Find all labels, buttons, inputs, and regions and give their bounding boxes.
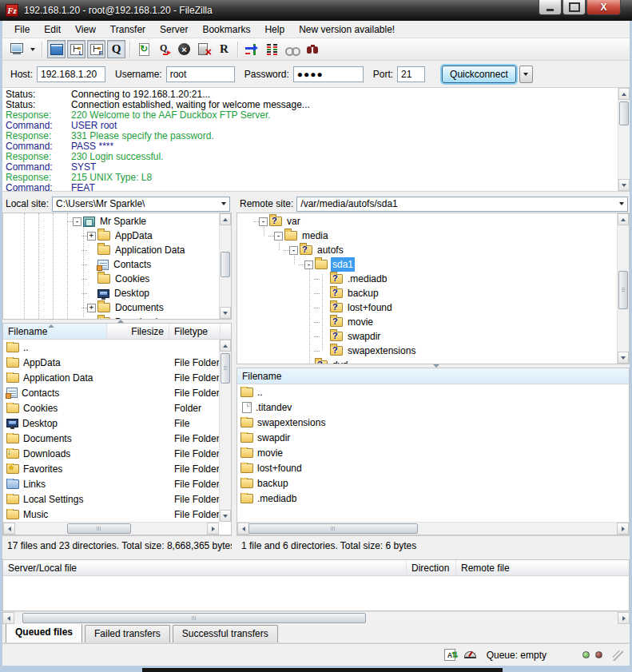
local-tree-vertical-scrollbar[interactable]	[219, 213, 231, 319]
chevron-down-icon[interactable]	[615, 197, 627, 211]
scroll-right-icon[interactable]	[617, 523, 629, 535]
scroll-left-icon[interactable]	[237, 523, 249, 535]
file-row[interactable]: ..	[237, 384, 629, 400]
tree-item[interactable]: dvd	[237, 358, 617, 364]
column-header-filetype[interactable]: Filetype	[169, 324, 221, 339]
tree-item[interactable]: Documents	[3, 300, 219, 315]
toolbar-separator[interactable]	[237, 42, 239, 58]
find-files-icon[interactable]	[303, 40, 321, 58]
minimize-button[interactable]	[539, 0, 562, 15]
scroll-up-icon[interactable]	[618, 213, 629, 225]
tree-item[interactable]: swapdir	[237, 329, 617, 344]
tree-expander[interactable]	[304, 260, 313, 269]
scroll-down-icon[interactable]	[618, 179, 630, 191]
tree-item[interactable]: swapextensions	[237, 344, 617, 358]
password-input[interactable]	[293, 66, 364, 82]
menu-item[interactable]: New version available!	[292, 22, 402, 38]
site-manager-dropdown-icon[interactable]	[27, 40, 38, 58]
directory-comparison-icon[interactable]	[263, 40, 281, 58]
scrollbar-thumb[interactable]	[22, 613, 366, 623]
tree-item[interactable]: media	[237, 229, 617, 243]
toolbar-separator[interactable]	[42, 42, 43, 58]
column-header-filesize[interactable]: Filesize	[107, 324, 169, 339]
tree-item[interactable]: movie	[237, 315, 617, 329]
column-header-remote-file[interactable]: Remote file	[456, 560, 629, 575]
scroll-up-icon[interactable]	[220, 213, 231, 225]
log-panes-splitter[interactable]	[2, 192, 630, 195]
disconnect-icon[interactable]	[195, 40, 213, 58]
toggle-remote-tree-icon[interactable]	[87, 40, 105, 58]
scrollbar-thumb[interactable]	[248, 523, 418, 534]
column-header-server-local-file[interactable]: Server/Local file	[3, 560, 407, 575]
transfer-type-icon[interactable]	[444, 649, 455, 661]
tree-item[interactable]: backup	[237, 286, 617, 300]
menu-item[interactable]: Help	[257, 22, 292, 38]
scroll-up-icon[interactable]	[220, 340, 231, 352]
scrollbar-thumb[interactable]	[67, 523, 131, 534]
queue-tab[interactable]: Successful transfers	[173, 625, 278, 642]
tree-item[interactable]: .mediadb	[237, 272, 617, 286]
scroll-right-icon[interactable]	[618, 612, 630, 624]
scroll-left-icon[interactable]	[2, 612, 14, 624]
file-row[interactable]: Favorites File Folder	[3, 461, 219, 476]
username-input[interactable]	[166, 66, 235, 82]
menu-item[interactable]: Server	[153, 22, 195, 38]
local-list-vertical-scrollbar[interactable]	[219, 340, 231, 522]
file-row[interactable]: Documents File Folder	[3, 431, 219, 446]
close-button[interactable]	[586, 0, 621, 15]
tree-expander[interactable]	[87, 304, 96, 312]
queue-tab[interactable]: Queued files	[6, 623, 82, 642]
file-row[interactable]: Desktop File	[3, 416, 219, 431]
file-row[interactable]: lost+found	[237, 460, 629, 475]
quickconnect-dropdown-icon[interactable]	[519, 66, 533, 83]
toggle-queue-icon[interactable]	[107, 40, 125, 58]
column-header-filename[interactable]: Filename	[3, 324, 107, 339]
scrollbar-thumb[interactable]	[221, 353, 230, 384]
chevron-down-icon[interactable]	[217, 197, 229, 211]
file-row[interactable]: Cookies Folder	[3, 400, 219, 416]
scroll-up-icon[interactable]	[618, 88, 630, 100]
reconnect-icon[interactable]	[215, 40, 233, 58]
file-row[interactable]: Music File Folder	[3, 507, 219, 522]
file-row[interactable]: .titandev	[237, 400, 629, 415]
file-row[interactable]: Local Settings File Folder	[3, 491, 219, 507]
file-row[interactable]: backup	[237, 475, 629, 491]
scroll-left-icon[interactable]	[3, 523, 15, 535]
file-row[interactable]: AppData File Folder	[3, 355, 219, 370]
tree-expander[interactable]	[274, 232, 283, 241]
file-row[interactable]: swapextensions	[237, 415, 629, 430]
menu-item[interactable]: Edit	[37, 22, 68, 38]
scroll-down-icon[interactable]	[220, 307, 231, 319]
tree-item[interactable]: Desktop	[3, 286, 219, 300]
toggle-message-log-icon[interactable]	[47, 40, 66, 58]
queue-tab[interactable]: Failed transfers	[85, 625, 170, 642]
file-row[interactable]: Contacts File Folder	[3, 385, 219, 400]
local-site-combo[interactable]: C:\Users\Mr Sparkle\	[52, 197, 230, 212]
tree-expander[interactable]	[87, 232, 96, 241]
file-row[interactable]: movie	[237, 445, 629, 460]
scroll-down-icon[interactable]	[618, 352, 629, 364]
tree-item[interactable]: Mr Sparkle	[3, 214, 219, 229]
tree-item[interactable]: AppData	[3, 229, 219, 243]
site-manager-icon[interactable]	[7, 40, 26, 58]
file-row[interactable]: Application Data File Folder	[3, 370, 219, 385]
menu-item[interactable]: Bookmarks	[195, 22, 257, 38]
column-header-direction[interactable]: Direction	[407, 560, 456, 575]
scroll-right-icon[interactable]	[207, 523, 219, 535]
file-row[interactable]: Links File Folder	[3, 476, 219, 491]
scrollbar-thumb[interactable]	[221, 252, 230, 277]
toggle-local-tree-icon[interactable]	[67, 40, 85, 58]
tree-item[interactable]: var	[237, 214, 617, 229]
refresh-icon[interactable]	[135, 40, 153, 58]
maximize-button[interactable]	[562, 0, 586, 15]
local-list-horizontal-scrollbar[interactable]	[3, 522, 219, 535]
queue-horizontal-scrollbar[interactable]	[2, 611, 630, 624]
filter-icon[interactable]	[243, 40, 261, 58]
remote-list-horizontal-scrollbar[interactable]	[237, 522, 629, 535]
toolbar-separator[interactable]	[129, 42, 131, 58]
file-row[interactable]: swapdir	[237, 430, 629, 445]
menu-item[interactable]: Transfer	[103, 22, 153, 38]
tree-item[interactable]: autofs	[237, 243, 617, 257]
menu-item[interactable]: File	[7, 22, 37, 38]
resize-grip[interactable]	[613, 650, 623, 661]
